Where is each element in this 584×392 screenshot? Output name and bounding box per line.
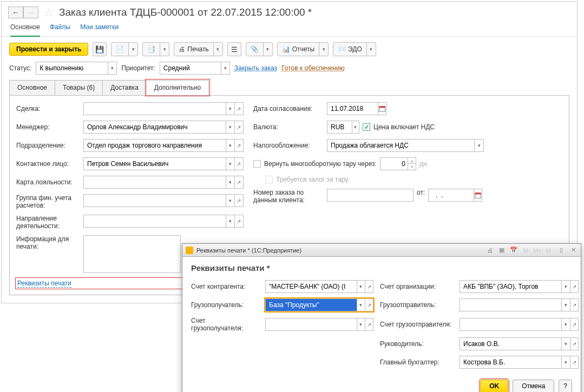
cancel-button[interactable]: Отмена [513, 380, 554, 392]
shipper-account-input[interactable] [460, 318, 561, 330]
open-icon[interactable]: ↗ [365, 281, 373, 293]
manager-combo[interactable]: ▾↗ [83, 121, 244, 134]
calendar-icon[interactable] [474, 189, 482, 201]
agreedate-input[interactable] [327, 103, 378, 115]
open-icon[interactable]: ↗ [234, 103, 243, 115]
chevron-down-icon[interactable]: ▾ [226, 103, 234, 115]
nav-back-button[interactable]: ← [8, 6, 23, 18]
chevron-down-icon[interactable]: ▾ [226, 121, 234, 133]
return-tare-input[interactable] [380, 158, 408, 170]
save-button[interactable]: 💾 [93, 42, 107, 56]
list-button[interactable]: ☰ [227, 42, 241, 56]
taxation-input[interactable] [327, 139, 474, 151]
open-icon[interactable]: ↗ [234, 195, 243, 207]
chevron-down-icon[interactable]: ▾ [357, 299, 365, 311]
navtab-main[interactable]: Основное [10, 23, 40, 37]
currency-combo[interactable]: ▾ [327, 121, 359, 134]
activity-input[interactable] [84, 215, 226, 227]
print-details-link[interactable]: Реквизиты печати [17, 280, 71, 288]
help-button[interactable]: ? [559, 380, 572, 392]
director-input[interactable] [460, 338, 561, 350]
titlebar-calendar-icon[interactable]: 📅 [509, 246, 518, 255]
printinfo-textarea[interactable] [83, 235, 181, 273]
status-combo[interactable]: ▾ [36, 62, 117, 75]
titlebar-mplus-icon[interactable]: M+ [533, 246, 542, 255]
department-input[interactable] [84, 139, 226, 151]
titlebar-printer-icon[interactable]: 🖨 [485, 246, 494, 255]
chevron-down-icon[interactable]: ▾ [226, 158, 234, 170]
return-tare-checkbox[interactable] [253, 160, 261, 168]
close-icon[interactable]: ✕ [569, 246, 578, 255]
open-icon[interactable]: ↗ [365, 299, 373, 311]
ok-button[interactable]: OK [480, 380, 508, 392]
attachments-dropdown[interactable]: 📎 ▾ [246, 42, 273, 56]
tab-main[interactable]: Основное [9, 80, 55, 95]
counter-account-input[interactable] [266, 281, 357, 293]
chevron-down-icon[interactable]: ▾ [226, 139, 234, 151]
contact-input[interactable] [84, 158, 226, 170]
create-based-on-dropdown[interactable]: 📑 ▾ [142, 42, 169, 56]
titlebar-more-icon[interactable]: ▯ [557, 246, 566, 255]
titlebar-m-icon[interactable]: M [521, 246, 530, 255]
agreedate-field[interactable] [327, 102, 386, 115]
consignee-account-combo[interactable]: ▾↗ [265, 318, 373, 331]
open-icon[interactable]: ↗ [570, 338, 578, 350]
consignee-account-input[interactable] [266, 318, 357, 330]
accountant-input[interactable] [460, 356, 561, 368]
priority-input[interactable] [160, 62, 221, 74]
reports-dropdown[interactable]: 📊Отчеты ▾ [277, 42, 329, 56]
client-order-field[interactable] [327, 189, 414, 202]
navtab-notes[interactable]: Мои заметки [80, 23, 119, 31]
deal-input[interactable] [84, 103, 226, 115]
loyalty-combo[interactable]: ▾↗ [83, 176, 244, 189]
spinner-up-icon[interactable]: ▲ [408, 158, 416, 164]
department-combo[interactable]: ▾↗ [83, 139, 244, 152]
open-icon[interactable]: ↗ [365, 318, 373, 330]
navtab-files[interactable]: Файлы [50, 23, 70, 31]
dialog-titlebar[interactable]: Реквизиты печати * (1С:Предприятие) 🖨 ▦ … [182, 244, 581, 257]
post-dropdown[interactable]: 📄 ▾ [111, 42, 138, 56]
print-dropdown[interactable]: 🖨Печать ▾ [174, 42, 222, 56]
client-order-input[interactable] [327, 189, 413, 201]
tab-delivery[interactable]: Доставка [102, 80, 147, 95]
chevron-down-icon[interactable]: ▾ [561, 318, 569, 330]
shipper-account-combo[interactable]: ▾↗ [460, 318, 579, 331]
chevron-down-icon[interactable]: ▾ [561, 356, 569, 368]
chevron-down-icon[interactable]: ▾ [226, 176, 234, 188]
tab-additional[interactable]: Дополнительно [146, 80, 209, 95]
nav-forward-button[interactable]: → [23, 6, 38, 18]
manager-input[interactable] [84, 121, 226, 133]
favorite-star-icon[interactable]: ☆ [44, 6, 54, 19]
chevron-down-icon[interactable]: ▾ [221, 62, 229, 74]
fingroup-combo[interactable]: ▾↗ [83, 194, 244, 207]
deal-combo[interactable]: ▾↗ [83, 102, 244, 115]
taxation-combo[interactable]: ▾ [327, 139, 484, 152]
ready-supply-link[interactable]: Готов к обеспечению [281, 64, 345, 72]
chevron-down-icon[interactable]: ▾ [357, 281, 365, 293]
chevron-down-icon[interactable]: ▾ [226, 195, 234, 207]
director-combo[interactable]: ▾↗ [460, 337, 579, 350]
open-icon[interactable]: ↗ [234, 139, 243, 151]
chevron-down-icon[interactable]: ▾ [357, 318, 365, 330]
calendar-icon[interactable] [378, 103, 386, 115]
counter-account-combo[interactable]: ▾↗ [265, 280, 373, 293]
titlebar-calc-icon[interactable]: ▦ [497, 246, 506, 255]
open-icon[interactable]: ↗ [234, 215, 243, 227]
org-account-input[interactable] [460, 281, 561, 293]
client-order-date-input[interactable] [429, 189, 474, 201]
org-account-combo[interactable]: ▾↗ [460, 280, 579, 293]
open-icon[interactable]: ↗ [570, 281, 578, 293]
priority-combo[interactable]: ▾ [160, 62, 230, 75]
tab-goods[interactable]: Товары (6) [55, 80, 103, 95]
open-icon[interactable]: ↗ [234, 121, 243, 133]
chevron-down-icon[interactable]: ▾ [561, 281, 569, 293]
chevron-down-icon[interactable]: ▾ [474, 139, 483, 151]
chevron-down-icon[interactable]: ▾ [352, 121, 359, 133]
chevron-down-icon[interactable]: ▾ [108, 62, 116, 74]
vat-checkbox[interactable]: ✓ [363, 123, 370, 131]
chevron-down-icon[interactable]: ▾ [561, 338, 569, 350]
accountant-combo[interactable]: ▾↗ [460, 356, 579, 369]
return-tare-spinner[interactable]: ▲▼ [380, 157, 416, 170]
fingroup-input[interactable] [84, 195, 226, 207]
client-order-date-field[interactable] [428, 189, 482, 202]
